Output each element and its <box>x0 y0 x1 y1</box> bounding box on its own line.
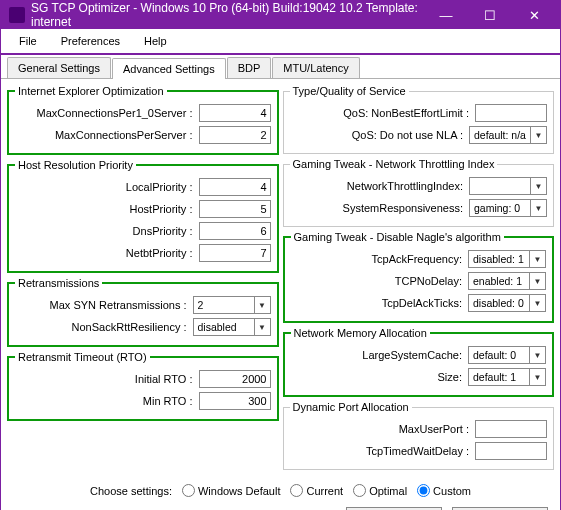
label-nbe: QoS: NonBestEffortLimit : <box>290 107 476 119</box>
window-title: SG TCP Optimizer - Windows 10 Pro (64-bi… <box>31 1 424 29</box>
group-gaming-throttling: Gaming Tweak - Network Throttling Index … <box>283 158 555 227</box>
input-nbe[interactable] <box>475 104 547 122</box>
select-nla[interactable]: default: n/a▼ <box>469 126 547 144</box>
input-maxconnsrv[interactable] <box>199 126 271 144</box>
label-sr: SystemResponsiveness: <box>290 202 470 214</box>
label-maxsyn: Max SYN Retransmissions : <box>15 299 193 311</box>
group-host-resolution: Host Resolution Priority LocalPriority :… <box>7 159 279 273</box>
label-maxconn10: MaxConnectionsPer1_0Server : <box>15 107 199 119</box>
label-mup: MaxUserPort : <box>290 423 476 435</box>
maximize-button[interactable]: ☐ <box>468 1 512 29</box>
legend-gt2: Gaming Tweak - Disable Nagle's algorithm <box>291 231 504 243</box>
select-nti[interactable]: ▼ <box>469 177 547 195</box>
label-nti: NetworkThrottlingIndex: <box>290 180 470 192</box>
legend-ie: Internet Explorer Optimization <box>15 85 167 97</box>
input-dnspri[interactable] <box>199 222 271 240</box>
chevron-down-icon: ▼ <box>530 127 546 143</box>
choose-label: Choose settings: <box>90 485 172 497</box>
group-gaming-nagle: Gaming Tweak - Disable Nagle's algorithm… <box>283 231 555 323</box>
radio-current[interactable]: Current <box>290 484 343 497</box>
legend-gt1: Gaming Tweak - Network Throttling Index <box>290 158 498 170</box>
label-localpri: LocalPriority : <box>15 181 199 193</box>
legend-qos: Type/Quality of Service <box>290 85 409 97</box>
input-maxconn10[interactable] <box>199 104 271 122</box>
input-hostpri[interactable] <box>199 200 271 218</box>
input-initialrto[interactable] <box>199 370 271 388</box>
radio-custom[interactable]: Custom <box>417 484 471 497</box>
menu-file[interactable]: File <box>9 33 47 49</box>
tab-bar: General Settings Advanced Settings BDP M… <box>1 55 560 79</box>
label-ttwd: TcpTimedWaitDelay : <box>290 445 476 457</box>
legend-ret: Retransmissions <box>15 277 102 289</box>
select-taf[interactable]: disabled: 1▼ <box>468 250 546 268</box>
select-nonsack[interactable]: disabled▼ <box>193 318 271 336</box>
titlebar: SG TCP Optimizer - Windows 10 Pro (64-bi… <box>1 1 560 29</box>
label-minrto: Min RTO : <box>15 395 199 407</box>
legend-nma: Network Memory Allocation <box>291 327 430 339</box>
label-hostpri: HostPriority : <box>15 203 199 215</box>
select-tdat[interactable]: disabled: 0▼ <box>468 294 546 312</box>
select-tnd[interactable]: enabled: 1▼ <box>468 272 546 290</box>
group-ie-optimization: Internet Explorer Optimization MaxConnec… <box>7 85 279 155</box>
group-dynamic-port: Dynamic Port Allocation MaxUserPort : Tc… <box>283 401 555 470</box>
group-rto: Retransmit Timeout (RTO) Initial RTO : M… <box>7 351 279 421</box>
label-initialrto: Initial RTO : <box>15 373 199 385</box>
chevron-down-icon: ▼ <box>254 319 270 335</box>
label-taf: TcpAckFrequency: <box>291 253 469 265</box>
menubar: File Preferences Help <box>1 29 560 55</box>
legend-dpa: Dynamic Port Allocation <box>290 401 412 413</box>
label-tdat: TcpDelAckTicks: <box>291 297 469 309</box>
group-retransmissions: Retransmissions Max SYN Retransmissions … <box>7 277 279 347</box>
chevron-down-icon: ▼ <box>529 369 545 385</box>
chevron-down-icon: ▼ <box>254 297 270 313</box>
tab-general[interactable]: General Settings <box>7 57 111 78</box>
menu-preferences[interactable]: Preferences <box>51 33 130 49</box>
chevron-down-icon: ▼ <box>529 295 545 311</box>
input-netbtpri[interactable] <box>199 244 271 262</box>
legend-hrp: Host Resolution Priority <box>15 159 136 171</box>
input-ttwd[interactable] <box>475 442 547 460</box>
tab-mtu[interactable]: MTU/Latency <box>272 57 359 78</box>
label-nla: QoS: Do not use NLA : <box>290 129 470 141</box>
tab-advanced[interactable]: Advanced Settings <box>112 58 226 79</box>
group-qos: Type/Quality of Service QoS: NonBestEffo… <box>283 85 555 154</box>
group-network-memory: Network Memory Allocation LargeSystemCac… <box>283 327 555 397</box>
label-lsc: LargeSystemCache: <box>291 349 469 361</box>
label-nonsack: NonSackRttResiliency : <box>15 321 193 333</box>
chevron-down-icon: ▼ <box>530 200 546 216</box>
chevron-down-icon: ▼ <box>530 178 546 194</box>
input-minrto[interactable] <box>199 392 271 410</box>
chevron-down-icon: ▼ <box>529 251 545 267</box>
select-maxsyn[interactable]: 2▼ <box>193 296 271 314</box>
choose-settings-row: Choose settings: Windows Default Current… <box>9 484 552 497</box>
chevron-down-icon: ▼ <box>529 273 545 289</box>
label-netbtpri: NetbtPriority : <box>15 247 199 259</box>
tab-bdp[interactable]: BDP <box>227 57 272 78</box>
minimize-button[interactable]: — <box>424 1 468 29</box>
select-lsc[interactable]: default: 0▼ <box>468 346 546 364</box>
radio-optimal[interactable]: Optimal <box>353 484 407 497</box>
menu-help[interactable]: Help <box>134 33 177 49</box>
select-size[interactable]: default: 1▼ <box>468 368 546 386</box>
label-maxconnsrv: MaxConnectionsPerServer : <box>15 129 199 141</box>
label-tnd: TCPNoDelay: <box>291 275 469 287</box>
input-localpri[interactable] <box>199 178 271 196</box>
radio-windows-default[interactable]: Windows Default <box>182 484 281 497</box>
label-dnspri: DnsPriority : <box>15 225 199 237</box>
close-button[interactable]: ✕ <box>512 1 556 29</box>
label-size: Size: <box>291 371 469 383</box>
select-sr[interactable]: gaming: 0▼ <box>469 199 547 217</box>
legend-rto: Retransmit Timeout (RTO) <box>15 351 150 363</box>
app-icon <box>9 7 25 23</box>
input-mup[interactable] <box>475 420 547 438</box>
chevron-down-icon: ▼ <box>529 347 545 363</box>
